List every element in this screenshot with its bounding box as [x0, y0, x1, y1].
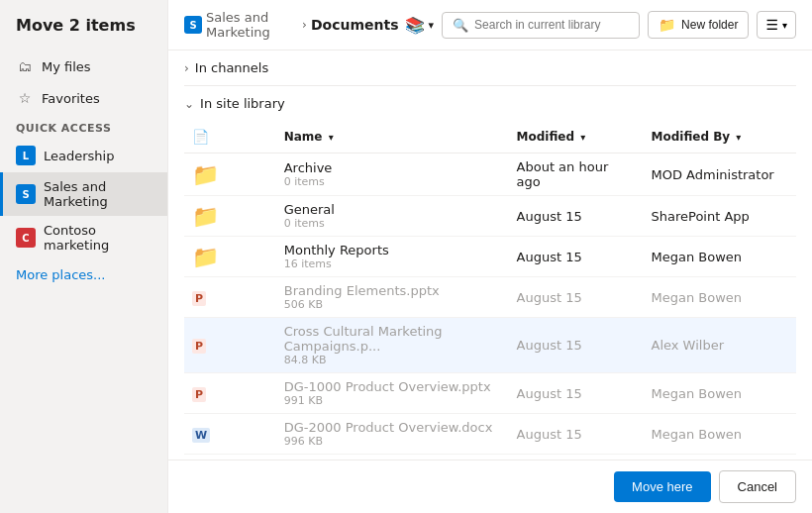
pptx-icon: P: [192, 291, 206, 306]
row-filemeta: 0 items: [284, 175, 501, 188]
breadcrumb-org[interactable]: S Sales and Marketing: [184, 10, 298, 40]
sidebar-item-leadership[interactable]: L Leadership: [0, 139, 167, 172]
row-filename: DG-2000 Product Overview.docx: [284, 420, 501, 435]
row-filemeta: 84.8 KB: [284, 354, 501, 366]
row-modified-cell: August 15: [509, 414, 644, 455]
table-header-row: 📄 Name ▾ Modified ▾ Modified By ▾: [184, 121, 796, 154]
row-name-cell: Branding Elements.pptx 506 KB: [276, 277, 509, 318]
col-modified-by-header[interactable]: Modified By ▾: [644, 121, 797, 154]
quick-access-label: Quick access: [0, 114, 167, 139]
sidebar-item-contoso[interactable]: C Contoso marketing: [0, 216, 167, 259]
in-site-library-row[interactable]: ⌄ In site library: [184, 86, 796, 121]
row-filename: Branding Elements.pptx: [284, 283, 501, 298]
row-modified-by-cell: Megan Bowen: [644, 373, 797, 414]
main-content: S Sales and Marketing › Documents 📚 ▾ 🔍 …: [168, 0, 812, 513]
breadcrumb-current-label: Documents: [311, 17, 399, 33]
breadcrumb-separator: ›: [302, 18, 307, 32]
row-modified-by-cell: SharePoint App: [644, 196, 797, 237]
sales-marketing-label: Sales and Marketing: [44, 179, 152, 209]
table-row[interactable]: W DG-2000 Product Overview.docx 996 KB A…: [184, 414, 796, 455]
col-modified-header[interactable]: Modified ▾: [509, 121, 644, 154]
file-table-body: 📁 Archive 0 items About an hour ago MOD …: [184, 154, 796, 455]
star-icon: ☆: [16, 89, 34, 107]
docs-icon: 📚: [405, 16, 425, 35]
row-filemeta: 991 KB: [284, 394, 501, 407]
sidebar-item-myfiles[interactable]: 🗂 My files: [0, 51, 167, 82]
col-name-header[interactable]: Name ▾: [276, 121, 509, 154]
row-icon-cell: 📁: [184, 196, 276, 237]
menu-chevron-icon: ▾: [782, 20, 787, 31]
row-icon-cell: P: [184, 277, 276, 318]
menu-button[interactable]: ☰ ▾: [757, 11, 796, 39]
table-row[interactable]: 📁 General 0 items August 15 SharePoint A…: [184, 196, 796, 237]
file-table-container: 📄 Name ▾ Modified ▾ Modified By ▾: [184, 121, 796, 460]
folder-icon: 📁: [192, 245, 219, 269]
favorites-label: Favorites: [42, 91, 100, 106]
in-channels-row[interactable]: › In channels: [184, 51, 796, 86]
row-modified-cell: August 15: [509, 373, 644, 414]
row-filemeta: 16 items: [284, 257, 501, 270]
library-header: › In channels ⌄ In site library: [168, 51, 812, 121]
new-folder-label: New folder: [681, 18, 738, 32]
row-modified-by-cell: Megan Bowen: [644, 277, 797, 318]
table-row[interactable]: 📁 Monthly Reports 16 items August 15 Meg…: [184, 237, 796, 277]
row-modified-cell: August 15: [509, 237, 644, 277]
contoso-label: Contoso marketing: [44, 223, 152, 253]
search-box[interactable]: 🔍: [442, 12, 640, 39]
row-filename: General: [284, 202, 501, 217]
modified-by-sort-icon: ▾: [736, 132, 741, 143]
name-sort-icon: ▾: [329, 132, 334, 143]
new-folder-button[interactable]: 📁 New folder: [648, 11, 749, 39]
row-icon-cell: P: [184, 373, 276, 414]
pptx-icon: P: [192, 387, 206, 402]
row-filename: Monthly Reports: [284, 243, 501, 257]
folder-icon: 🗂: [16, 57, 34, 75]
row-filename: Cross Cultural Marketing Campaigns.p...: [284, 324, 501, 354]
new-folder-icon: 📁: [659, 17, 675, 33]
docx-icon: W: [192, 428, 210, 443]
dialog-title: Move 2 items: [0, 16, 167, 51]
breadcrumb-dropdown-icon[interactable]: ▾: [429, 19, 435, 32]
leadership-label: Leadership: [44, 149, 114, 163]
breadcrumb: S Sales and Marketing › Documents 📚 ▾: [184, 10, 434, 40]
row-name-cell: DG-2000 Product Overview.docx 996 KB: [276, 414, 509, 455]
sales-marketing-icon: S: [16, 184, 36, 204]
breadcrumb-current: Documents 📚 ▾: [311, 16, 434, 35]
row-icon-cell: P: [184, 318, 276, 373]
table-row[interactable]: P Cross Cultural Marketing Campaigns.p..…: [184, 318, 796, 373]
file-type-icon: 📄: [192, 129, 209, 145]
more-places-link[interactable]: More places...: [0, 259, 167, 290]
row-name-cell: Cross Cultural Marketing Campaigns.p... …: [276, 318, 509, 373]
row-name-cell: General 0 items: [276, 196, 509, 237]
file-table: 📄 Name ▾ Modified ▾ Modified By ▾: [184, 121, 796, 455]
folder-icon: 📁: [192, 162, 219, 187]
menu-icon: ☰: [765, 17, 778, 33]
col-icon: 📄: [184, 121, 276, 154]
breadcrumb-org-label: Sales and Marketing: [206, 10, 298, 40]
search-icon: 🔍: [453, 18, 468, 33]
table-row[interactable]: P DG-1000 Product Overview.pptx 991 KB A…: [184, 373, 796, 414]
pptx-icon: P: [192, 339, 206, 354]
sidebar: Move 2 items 🗂 My files ☆ Favorites Quic…: [0, 0, 168, 513]
in-channels-label: In channels: [195, 60, 268, 75]
sidebar-item-sales-marketing[interactable]: S Sales and Marketing: [0, 172, 167, 216]
sidebar-item-favorites[interactable]: ☆ Favorites: [0, 82, 167, 114]
leadership-icon: L: [16, 146, 36, 165]
row-name-cell: Archive 0 items: [276, 154, 509, 196]
my-files-label: My files: [42, 59, 91, 74]
modified-sort-icon: ▾: [580, 132, 585, 143]
site-library-chevron-down-icon: ⌄: [184, 97, 194, 111]
row-icon-cell: 📁: [184, 237, 276, 277]
table-row[interactable]: P Branding Elements.pptx 506 KB August 1…: [184, 277, 796, 318]
table-row[interactable]: 📁 Archive 0 items About an hour ago MOD …: [184, 154, 796, 196]
row-filename: DG-1000 Product Overview.pptx: [284, 379, 501, 394]
row-modified-cell: August 15: [509, 277, 644, 318]
search-input[interactable]: [474, 18, 623, 32]
row-icon-cell: 📁: [184, 154, 276, 196]
cancel-button[interactable]: Cancel: [719, 470, 796, 503]
row-name-cell: DG-1000 Product Overview.pptx 991 KB: [276, 373, 509, 414]
row-modified-by-cell: MOD Administrator: [644, 154, 797, 196]
row-filename: Archive: [284, 160, 501, 175]
move-here-button[interactable]: Move here: [614, 471, 710, 502]
row-filemeta: 506 KB: [284, 298, 501, 311]
